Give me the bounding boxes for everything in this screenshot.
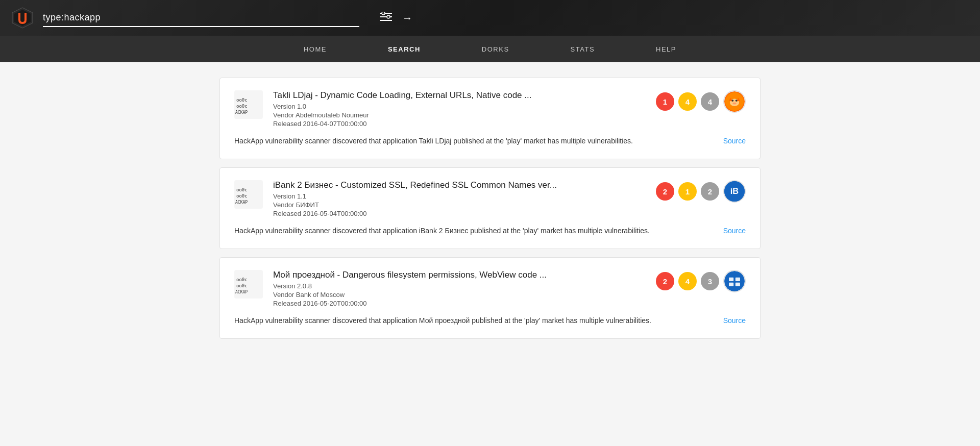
card-version-3: Version 2.0.8 (273, 282, 646, 290)
svg-rect-30 (729, 278, 733, 281)
card-title-3: Мой проездной - Dangerous filesystem per… (273, 270, 646, 280)
card-badges-3: 2 4 3 (656, 270, 746, 292)
svg-point-18 (732, 103, 736, 105)
nav-search[interactable]: SEARCH (388, 45, 421, 53)
svg-text:oo0c: oo0c (236, 97, 248, 103)
svg-rect-31 (736, 278, 740, 281)
app-logo-2: iB (723, 180, 746, 203)
source-link-2[interactable]: Source (723, 226, 746, 236)
search-input[interactable]: type:hackapp (43, 9, 359, 26)
card-released-2: Released 2016-05-04T00:00:00 (273, 210, 646, 217)
card-meta-1: Takli LDjaj - Dynamic Code Loading, Exte… (273, 90, 646, 128)
svg-point-16 (732, 100, 734, 102)
svg-point-29 (724, 271, 745, 291)
badge-medium-1: 4 (678, 92, 697, 111)
card-title-2: iBank 2 Бизнес - Customized SSL, Redefin… (273, 180, 646, 190)
card-description-2: HackApp vulnerability scanner discovered… (234, 226, 746, 236)
results-list: oo0c oo0c ACKAP Takli LDjaj - Dynamic Co… (209, 78, 771, 339)
nav-stats[interactable]: STATS (571, 45, 595, 53)
svg-rect-33 (736, 283, 740, 286)
svg-text:iB: iB (730, 186, 739, 195)
search-bar[interactable]: type:hackapp (43, 9, 359, 27)
nav-dorks[interactable]: DORKS (482, 45, 509, 53)
card-desc-text-1: HackApp vulnerability scanner discovered… (234, 136, 633, 146)
card-vendor-3: Vendor Bank of Moscow (273, 291, 646, 299)
card-meta-3: Мой проездной - Dangerous filesystem per… (273, 270, 646, 307)
search-controls: → (380, 12, 412, 24)
logo (10, 6, 35, 30)
svg-text:ACKAP: ACKAP (235, 110, 248, 115)
card-vendor-1: Vendor Abdelmoutaleb Noumeur (273, 111, 646, 119)
card-vendor-2: Vendor БИФИТ (273, 201, 646, 209)
card-desc-text-2: HackApp vulnerability scanner discovered… (234, 226, 650, 236)
svg-text:oo0c: oo0c (236, 187, 248, 192)
badge-critical-1: 1 (656, 92, 674, 111)
badge-critical-2: 2 (656, 182, 674, 201)
svg-point-5 (382, 12, 385, 15)
card-badges-1: 1 4 4 (656, 90, 746, 113)
svg-text:oo0c: oo0c (236, 283, 248, 288)
nav-home[interactable]: HOME (304, 45, 327, 53)
header: type:hackapp → (0, 0, 980, 36)
card-badges-2: 2 1 2 iB (656, 180, 746, 203)
app-icon-3: oo0c oo0c ACKAP (234, 270, 263, 299)
result-card-3: oo0c oo0c ACKAP Мой проездной - Dangerou… (219, 257, 761, 339)
app-icon-1: oo0c oo0c ACKAP (234, 90, 263, 119)
card-released-3: Released 2016-05-20T00:00:00 (273, 300, 646, 307)
search-submit-icon[interactable]: → (402, 12, 412, 24)
app-logo-1 (723, 90, 746, 113)
badge-medium-3: 4 (678, 272, 697, 290)
app-logo-3 (723, 270, 746, 292)
card-version-1: Version 1.0 (273, 103, 646, 110)
badge-medium-2: 1 (678, 182, 697, 201)
svg-text:oo0c: oo0c (236, 104, 248, 109)
card-description-1: HackApp vulnerability scanner discovered… (234, 136, 746, 146)
svg-point-6 (387, 15, 390, 18)
badge-critical-3: 2 (656, 272, 674, 290)
nav-help[interactable]: HELP (656, 45, 676, 53)
card-description-3: HackApp vulnerability scanner discovered… (234, 315, 746, 326)
result-card-1: oo0c oo0c ACKAP Takli LDjaj - Dynamic Co… (219, 78, 761, 159)
app-icon-2: oo0c oo0c ACKAP (234, 180, 263, 209)
svg-text:oo0c: oo0c (236, 193, 248, 199)
svg-point-17 (736, 100, 738, 102)
svg-text:oo0c: oo0c (236, 277, 248, 282)
svg-rect-4 (380, 20, 392, 21)
badge-low-1: 4 (701, 92, 719, 111)
filter-icon[interactable] (380, 12, 392, 24)
badge-low-2: 2 (701, 182, 719, 201)
source-link-3[interactable]: Source (723, 315, 746, 326)
badge-low-3: 3 (701, 272, 719, 290)
card-desc-text-3: HackApp vulnerability scanner discovered… (234, 315, 651, 326)
card-meta-2: iBank 2 Бизнес - Customized SSL, Redefin… (273, 180, 646, 217)
svg-text:ACKAP: ACKAP (235, 290, 248, 294)
result-card-2: oo0c oo0c ACKAP iBank 2 Бизнес - Customi… (219, 167, 761, 249)
card-title-1: Takli LDjaj - Dynamic Code Loading, Exte… (273, 90, 646, 101)
svg-rect-32 (729, 283, 733, 286)
navigation: HOME SEARCH DORKS STATS HELP (0, 36, 980, 62)
svg-text:ACKAP: ACKAP (235, 200, 248, 205)
card-released-1: Released 2016-04-07T00:00:00 (273, 120, 646, 128)
source-link-1[interactable]: Source (723, 136, 746, 146)
card-version-2: Version 1.1 (273, 192, 646, 200)
